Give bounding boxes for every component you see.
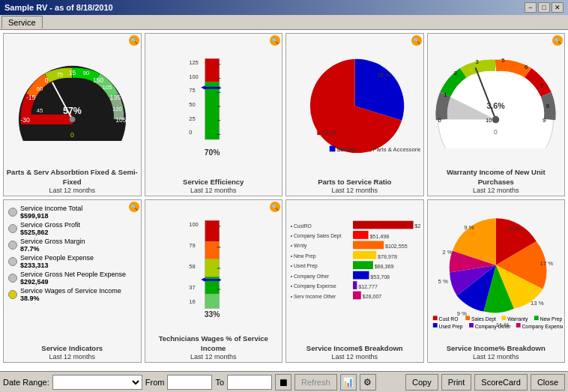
indicator-dot-5: [8, 274, 17, 283]
svg-text:Sales Dept: Sales Dept: [471, 316, 495, 322]
minimize-button[interactable]: −: [525, 2, 537, 13]
indicator-dot-3: [8, 241, 17, 250]
svg-rect-28: [204, 87, 220, 89]
svg-text:Company Expense: Company Expense: [522, 324, 563, 330]
thermometer-container-2: 100 79 58 37 16: [147, 203, 281, 333]
svg-rect-40: [372, 72, 378, 78]
svg-text:2 %: 2 %: [442, 250, 452, 256]
svg-text:8: 8: [546, 103, 549, 109]
svg-text:-30: -30: [20, 116, 30, 124]
svg-text:Parts & Accessories: Parts & Accessories: [372, 147, 420, 154]
chart-icon[interactable]: 📊: [340, 374, 357, 391]
date-range-select[interactable]: [52, 375, 142, 390]
stop-icon[interactable]: ⏹: [275, 374, 291, 391]
refresh-button[interactable]: Refresh: [294, 374, 337, 391]
indicators-list: Service Income Total$599,918 Service Gro…: [5, 203, 139, 343]
svg-text:$51,498: $51,498: [369, 234, 389, 240]
service-indicators-widget: 🔍 Service Income Total$599,918 Service G…: [3, 199, 142, 363]
widget-subtitle-8: Last 12 months: [473, 353, 519, 361]
svg-rect-116: [501, 316, 506, 321]
svg-text:Company Other: Company Other: [474, 324, 510, 330]
svg-text:58: 58: [189, 263, 195, 270]
indicator-gross-margin: Service Gross Margin87.7%: [8, 238, 136, 253]
from-label: From: [145, 378, 165, 387]
svg-text:• CustRO: • CustRO: [291, 223, 312, 228]
to-date-input[interactable]: [227, 375, 272, 390]
indicator-dot-4: [8, 257, 17, 266]
svg-text:0: 0: [189, 130, 192, 136]
svg-text:$53,708: $53,708: [370, 274, 390, 280]
widget-subtitle-4: Last 12 months: [473, 187, 519, 194]
service-tab[interactable]: Service: [1, 16, 43, 28]
svg-rect-72: [205, 295, 220, 309]
svg-text:0: 0: [438, 118, 441, 124]
copy-button[interactable]: Copy: [405, 374, 438, 391]
svg-text:9 %: 9 %: [456, 311, 466, 318]
svg-rect-96: [353, 261, 373, 269]
widget-title-2: Service Efficiency: [183, 178, 244, 187]
to-label: To: [215, 378, 224, 387]
zoom-icon-2[interactable]: 🔍: [270, 35, 280, 46]
svg-text:135: 135: [109, 94, 121, 101]
svg-rect-44: [366, 146, 372, 152]
svg-text:100: 100: [189, 221, 198, 228]
svg-text:Service: Service: [336, 147, 356, 154]
svg-text:$78,978: $78,978: [378, 254, 397, 260]
svg-text:10: 10: [486, 118, 492, 124]
svg-rect-120: [432, 323, 437, 328]
svg-text:• Company Other: • Company Other: [291, 274, 330, 280]
service-income-pct-widget: 34 % 17 % 13 % 11 % 9 % 5 % 2 % 9 % Cust…: [427, 199, 566, 363]
svg-text:$68,369: $68,369: [375, 264, 394, 270]
widget-subtitle-3: Last 12 months: [331, 187, 378, 194]
pie-container-1: 54 % 46 % Service Service Parts & Access…: [288, 37, 422, 176]
svg-text:0: 0: [494, 128, 498, 136]
svg-text:25: 25: [189, 115, 195, 122]
svg-text:54 %: 54 %: [321, 129, 336, 136]
thermometer-container: 125 100 75 50 25 0: [147, 37, 281, 176]
svg-rect-102: [353, 291, 361, 299]
zoom-icon-5[interactable]: 🔍: [129, 202, 139, 212]
svg-text:-15: -15: [26, 94, 36, 101]
zoom-icon-4[interactable]: 🔍: [552, 35, 563, 46]
svg-text:0: 0: [44, 76, 48, 84]
svg-text:9 %: 9 %: [464, 224, 474, 231]
hbar-container: • CustRO • Company Sales Dept • Wrnty • …: [288, 203, 422, 343]
maximize-button[interactable]: □: [538, 2, 550, 13]
service-efficiency-widget: 🔍 125 100 75 50 25 0: [145, 33, 283, 196]
svg-text:33%: 33%: [205, 311, 220, 319]
svg-text:1: 1: [444, 91, 447, 98]
svg-rect-88: [353, 220, 414, 229]
from-date-input[interactable]: [167, 375, 212, 390]
close-button[interactable]: Close: [531, 374, 565, 391]
widget-subtitle-6: Last 12 months: [190, 353, 237, 361]
tech-wages-widget: 🔍 100 79 58 37 16: [145, 199, 283, 363]
close-window-button[interactable]: ✕: [552, 2, 564, 13]
svg-text:70%: 70%: [205, 149, 220, 157]
svg-text:46 %: 46 %: [376, 71, 391, 79]
indicator-dot-6: [8, 290, 17, 299]
svg-text:9: 9: [543, 118, 546, 124]
window-controls: − □ ✕: [525, 2, 564, 13]
settings-icon[interactable]: ⚙: [360, 374, 376, 391]
menu-bar: Service: [0, 15, 568, 30]
svg-rect-90: [353, 231, 369, 239]
zoom-icon-6[interactable]: 🔍: [270, 202, 280, 212]
svg-text:• Wrnty: • Wrnty: [291, 243, 307, 249]
scorecard-button[interactable]: ScoreCard: [474, 374, 528, 391]
svg-point-0: [19, 66, 126, 141]
parts-service-ratio-widget: 🔍 54 % 46 %: [285, 33, 424, 196]
svg-marker-74: [201, 277, 205, 282]
svg-text:90: 90: [83, 70, 89, 76]
widget-subtitle-7: Last 12 months: [331, 353, 378, 361]
svg-text:• Serv Income Other: • Serv Income Other: [291, 293, 336, 298]
widget-title-5: Service Indicators: [41, 344, 103, 353]
print-button[interactable]: Print: [441, 374, 472, 391]
svg-rect-94: [353, 251, 376, 259]
main-content: 🔍: [0, 30, 568, 371]
indicator-gross-profit: Service Gross Profit$525,862: [8, 221, 136, 236]
zoom-icon-3[interactable]: 🔍: [411, 35, 422, 46]
zoom-icon-1[interactable]: 🔍: [129, 35, 139, 46]
svg-text:Used Prep: Used Prep: [438, 324, 462, 330]
svg-rect-41: [330, 146, 336, 152]
svg-rect-124: [516, 323, 520, 328]
